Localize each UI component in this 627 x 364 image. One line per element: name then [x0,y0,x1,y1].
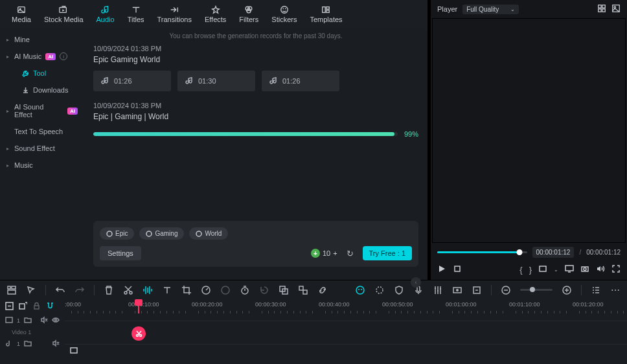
grid-view-icon[interactable] [597,4,606,14]
sidebar-item-music[interactable]: ▸Music [0,157,84,174]
svg-rect-9 [323,7,325,13]
settings-button[interactable]: Settings [100,246,141,260]
seek-slider[interactable] [437,251,527,253]
snap-icon[interactable] [46,302,54,312]
mark-out-button[interactable]: } [529,265,532,275]
track-mute-icon[interactable] [40,316,48,325]
crop-icon[interactable] [181,285,192,295]
marker-icon[interactable] [472,285,482,295]
link-icon[interactable] [317,285,328,295]
video-track-icon[interactable] [5,316,13,325]
hint-text: You can browse the generation records fo… [93,32,418,40]
svg-point-39 [358,289,359,290]
text-tool-icon[interactable] [162,285,172,295]
generation-block: 10/09/2024 01:38 PMEpic | Gaming | World… [93,102,418,138]
folder-icon[interactable] [24,339,32,348]
prompt-tag[interactable]: Epic [100,227,134,240]
mark-in-button[interactable]: { [519,265,522,275]
svg-rect-15 [598,5,601,8]
tab-transitions[interactable]: Transitions [151,3,198,27]
svg-point-38 [356,286,364,294]
zoom-in-button[interactable] [562,285,572,295]
folder-icon[interactable] [24,316,32,325]
track-collapse-icon[interactable] [5,302,14,312]
group-icon[interactable] [279,285,289,295]
rewind-icon[interactable] [259,285,269,295]
cursor-icon[interactable] [26,285,36,295]
timeline-view-icon[interactable] [591,285,601,295]
tab-audio[interactable]: Audio [90,3,121,27]
audio-clip[interactable]: 01:30 [177,71,255,91]
mixer-icon[interactable] [433,285,443,295]
zoom-slider[interactable] [520,289,553,291]
play-button[interactable] [437,264,446,275]
audio-track[interactable] [65,344,627,345]
sidebar-collapse[interactable]: ‹ [0,275,428,280]
prompt-box: EpicGamingWorld Settings + 10 + ↻ Try Fr… [93,221,418,267]
shield-icon[interactable] [394,285,404,295]
preview-canvas[interactable] [432,18,626,243]
try-free-button[interactable]: Try Free : 1 [363,246,412,260]
tab-stock[interactable]: Stock Media [38,3,90,27]
audio-clip[interactable]: 01:26 [93,71,171,91]
timecode-total: 00:00:01:12 [586,249,621,256]
tab-effects[interactable]: Effects [198,3,233,27]
audio-clip-icon[interactable] [70,347,78,356]
sidebar-item-tts[interactable]: Text To Speech [0,123,84,140]
prompt-tag[interactable]: Gaming [139,227,184,240]
svg-point-44 [456,289,459,291]
tab-media[interactable]: Media [5,3,38,27]
sidebar-item-ai-music[interactable]: ▸AI MusicAIi [0,48,84,65]
stop-button[interactable] [453,264,462,275]
sidebar-item-tool[interactable]: Tool [0,65,84,82]
svg-rect-18 [602,9,605,12]
tab-filters[interactable]: Filters [233,3,265,27]
image-view-icon[interactable] [611,4,621,14]
track-lock-icon[interactable] [32,302,41,312]
undo-button[interactable] [55,285,65,295]
ai-assist-icon[interactable] [355,285,365,295]
audio-clip[interactable]: 01:26 [262,71,339,91]
adjust-icon[interactable] [374,285,385,295]
playhead-cut-button[interactable] [131,326,146,341]
track-visible-icon[interactable] [52,316,60,325]
quality-select[interactable]: Full Quality⌄ [462,5,519,14]
svg-point-40 [361,289,362,290]
more-icon[interactable]: ⋯ [610,285,621,295]
tab-titles[interactable]: Titles [121,3,151,27]
sidebar-item-ai-sound[interactable]: ▸AI Sound EffectAI [0,98,84,123]
ratio-button[interactable] [538,264,547,275]
delete-button[interactable] [104,285,114,295]
sidebar-item-downloads[interactable]: Downloads [0,82,84,98]
generation-progress [93,132,398,136]
volume-button[interactable] [596,264,605,275]
track-mute-icon[interactable] [52,339,60,348]
sidebar-item-mine[interactable]: ▸Mine [0,31,84,48]
cut-button[interactable] [123,285,133,295]
zoom-out-button[interactable] [501,285,511,295]
svg-rect-10 [326,7,329,10]
svg-rect-28 [8,290,16,294]
video-track[interactable] [65,321,627,321]
color-icon[interactable] [220,285,231,295]
svg-rect-36 [299,286,303,290]
svg-point-20 [614,6,616,8]
prompt-tag[interactable]: World [189,227,228,240]
record-icon[interactable] [452,285,462,295]
audio-tool-icon[interactable] [142,285,153,295]
track-add-icon[interactable] [19,302,27,312]
monitor-button[interactable] [565,264,574,275]
sidebar-item-sound-effect[interactable]: ▸Sound Effect [0,140,84,157]
snapshot-button[interactable] [580,264,589,275]
svg-rect-50 [34,306,39,309]
redo-button[interactable] [74,285,85,295]
tab-stickers[interactable]: Stickers [265,3,303,27]
audio-track-icon[interactable] [5,339,13,348]
timer-icon[interactable] [240,285,250,295]
fullscreen-button[interactable] [611,264,621,275]
tab-templates[interactable]: Templates [303,3,348,27]
speed-icon[interactable] [201,285,211,295]
ungroup-icon[interactable] [298,285,308,295]
refresh-button[interactable]: ↻ [343,247,358,260]
layout-icon[interactable] [6,285,17,295]
